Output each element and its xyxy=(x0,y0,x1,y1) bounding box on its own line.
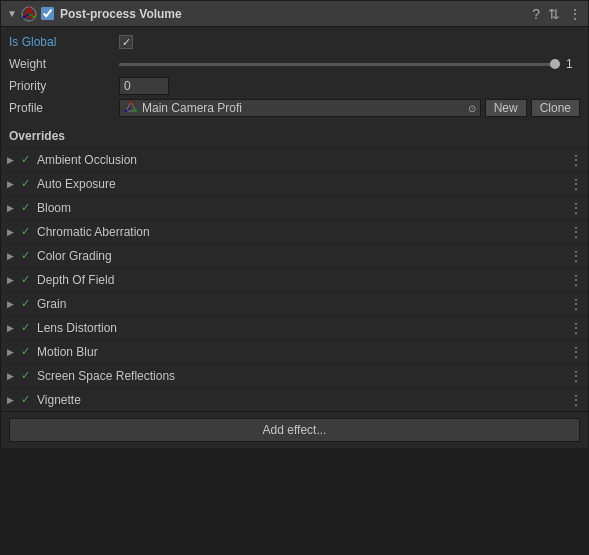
override-expand-arrow[interactable]: ▶ xyxy=(7,299,17,309)
override-name: Bloom xyxy=(37,201,565,215)
override-check-icon: ✓ xyxy=(21,249,33,262)
overrides-section-header: Overrides xyxy=(1,123,588,147)
override-check-icon: ✓ xyxy=(21,201,33,214)
override-check-icon: ✓ xyxy=(21,177,33,190)
priority-input[interactable] xyxy=(119,77,169,95)
override-menu-icon[interactable]: ⋮ xyxy=(569,344,582,360)
override-item[interactable]: ▶ ✓ Motion Blur ⋮ xyxy=(1,339,588,363)
override-expand-arrow[interactable]: ▶ xyxy=(7,275,17,285)
override-expand-arrow[interactable]: ▶ xyxy=(7,347,17,357)
priority-value xyxy=(119,77,580,95)
weight-number: 1 xyxy=(566,57,580,71)
profile-field[interactable]: Main Camera Profi ⊙ xyxy=(119,99,481,117)
panel-title: Post-process Volume xyxy=(60,7,528,21)
header-icons: ? ⇅ ⋮ xyxy=(532,7,582,21)
override-check-icon: ✓ xyxy=(21,297,33,310)
override-check-icon: ✓ xyxy=(21,345,33,358)
priority-row: Priority xyxy=(1,75,588,97)
properties-section: Is Global ✓ Weight 1 Priority xyxy=(1,27,588,123)
override-expand-arrow[interactable]: ▶ xyxy=(7,251,17,261)
override-name: Screen Space Reflections xyxy=(37,369,565,383)
override-item[interactable]: ▶ ✓ Bloom ⋮ xyxy=(1,195,588,219)
is-global-value: ✓ xyxy=(119,35,580,49)
override-item[interactable]: ▶ ✓ Screen Space Reflections ⋮ xyxy=(1,363,588,387)
override-item[interactable]: ▶ ✓ Auto Exposure ⋮ xyxy=(1,171,588,195)
is-global-checkbox[interactable]: ✓ xyxy=(119,35,133,49)
override-menu-icon[interactable]: ⋮ xyxy=(569,152,582,168)
profile-value: Main Camera Profi ⊙ New Clone xyxy=(119,99,580,117)
override-expand-arrow[interactable]: ▶ xyxy=(7,179,17,189)
override-name: Ambient Occlusion xyxy=(37,153,565,167)
override-menu-icon[interactable]: ⋮ xyxy=(569,392,582,408)
override-name: Chromatic Aberration xyxy=(37,225,565,239)
profile-logo-icon xyxy=(124,101,138,115)
override-item[interactable]: ▶ ✓ Chromatic Aberration ⋮ xyxy=(1,219,588,243)
override-expand-arrow[interactable]: ▶ xyxy=(7,395,17,405)
new-profile-button[interactable]: New xyxy=(485,99,527,117)
panel-header: ▼ Post-process Volume ? ⇅ ⋮ xyxy=(1,1,588,27)
override-name: Auto Exposure xyxy=(37,177,565,191)
override-name: Depth Of Field xyxy=(37,273,565,287)
post-process-volume-panel: ▼ Post-process Volume ? ⇅ ⋮ xyxy=(0,0,589,449)
clone-profile-button[interactable]: Clone xyxy=(531,99,580,117)
profile-label: Profile xyxy=(9,101,119,115)
weight-slider-container: 1 xyxy=(119,57,580,71)
override-name: Color Grading xyxy=(37,249,565,263)
override-name: Lens Distortion xyxy=(37,321,565,335)
collapse-arrow[interactable]: ▼ xyxy=(7,8,17,19)
profile-name: Main Camera Profi xyxy=(142,101,464,115)
is-global-row: Is Global ✓ xyxy=(1,31,588,53)
weight-label: Weight xyxy=(9,57,119,71)
override-check-icon: ✓ xyxy=(21,393,33,406)
override-check-icon: ✓ xyxy=(21,273,33,286)
override-menu-icon[interactable]: ⋮ xyxy=(569,368,582,384)
override-check-icon: ✓ xyxy=(21,153,33,166)
override-menu-icon[interactable]: ⋮ xyxy=(569,272,582,288)
override-check-icon: ✓ xyxy=(21,225,33,238)
component-enable-checkbox[interactable] xyxy=(41,7,54,20)
override-item[interactable]: ▶ ✓ Ambient Occlusion ⋮ xyxy=(1,147,588,171)
override-list: ▶ ✓ Ambient Occlusion ⋮ ▶ ✓ Auto Exposur… xyxy=(1,147,588,411)
override-menu-icon[interactable]: ⋮ xyxy=(569,248,582,264)
override-item[interactable]: ▶ ✓ Vignette ⋮ xyxy=(1,387,588,411)
override-item[interactable]: ▶ ✓ Lens Distortion ⋮ xyxy=(1,315,588,339)
add-effect-button[interactable]: Add effect... xyxy=(9,418,580,442)
weight-row: Weight 1 xyxy=(1,53,588,75)
overrides-label: Overrides xyxy=(9,129,65,143)
override-check-icon: ✓ xyxy=(21,321,33,334)
more-options-icon[interactable]: ⋮ xyxy=(568,7,582,21)
override-menu-icon[interactable]: ⋮ xyxy=(569,200,582,216)
override-item[interactable]: ▶ ✓ Depth Of Field ⋮ xyxy=(1,267,588,291)
override-expand-arrow[interactable]: ▶ xyxy=(7,371,17,381)
override-menu-icon[interactable]: ⋮ xyxy=(569,224,582,240)
override-menu-icon[interactable]: ⋮ xyxy=(569,320,582,336)
profile-row: Profile Ma xyxy=(1,97,588,119)
override-menu-icon[interactable]: ⋮ xyxy=(569,176,582,192)
layout-icon[interactable]: ⇅ xyxy=(548,7,560,21)
override-name: Vignette xyxy=(37,393,565,407)
override-expand-arrow[interactable]: ▶ xyxy=(7,155,17,165)
override-expand-arrow[interactable]: ▶ xyxy=(7,203,17,213)
override-menu-icon[interactable]: ⋮ xyxy=(569,296,582,312)
priority-label: Priority xyxy=(9,79,119,93)
override-name: Grain xyxy=(37,297,565,311)
override-item[interactable]: ▶ ✓ Grain ⋮ xyxy=(1,291,588,315)
unity-logo-icon xyxy=(21,6,37,22)
help-icon[interactable]: ? xyxy=(532,7,540,21)
override-expand-arrow[interactable]: ▶ xyxy=(7,227,17,237)
weight-slider[interactable] xyxy=(119,63,560,66)
override-check-icon: ✓ xyxy=(21,369,33,382)
override-name: Motion Blur xyxy=(37,345,565,359)
add-effect-row: Add effect... xyxy=(1,411,588,448)
profile-target-icon: ⊙ xyxy=(468,103,476,114)
override-expand-arrow[interactable]: ▶ xyxy=(7,323,17,333)
override-item[interactable]: ▶ ✓ Color Grading ⋮ xyxy=(1,243,588,267)
is-global-label: Is Global xyxy=(9,35,119,49)
weight-value: 1 xyxy=(119,57,580,71)
